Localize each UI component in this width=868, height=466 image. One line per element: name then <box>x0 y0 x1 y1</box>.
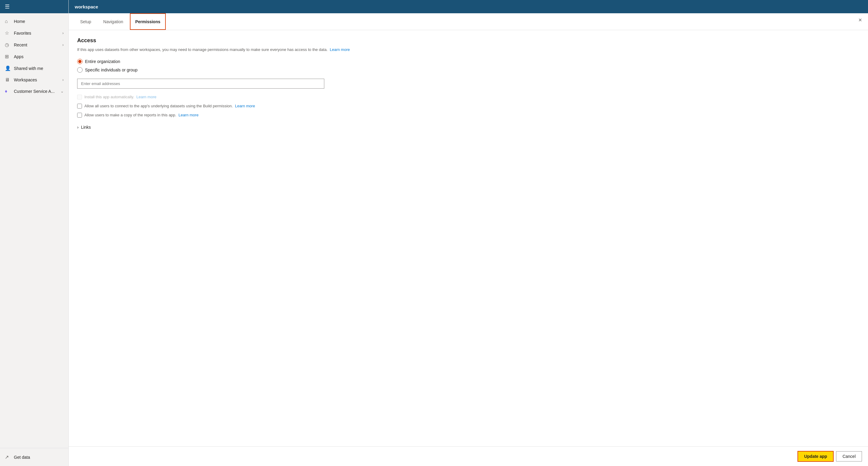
workspaces-icon: 🖥 <box>5 77 11 83</box>
favorites-chevron-icon: › <box>62 31 64 35</box>
customer-service-chevron-icon: ⌄ <box>61 89 64 93</box>
install-auto-learn-more-link[interactable]: Learn more <box>136 95 156 99</box>
checkbox-install-auto: Install this app automatically. Learn mo… <box>77 95 860 99</box>
radio-specific-individuals-input[interactable] <box>77 67 83 73</box>
top-bar: workspace <box>69 0 868 13</box>
email-input[interactable] <box>77 79 324 89</box>
radio-specific-individuals[interactable]: Specific individuals or group <box>77 67 860 73</box>
radio-entire-org-input[interactable] <box>77 59 83 64</box>
dialog-area: Setup Navigation Permissions × Access If… <box>69 13 868 466</box>
sidebar-item-customer-service[interactable]: ♦ Customer Service A... ⌄ <box>0 86 68 97</box>
radio-specific-individuals-label: Specific individuals or group <box>85 67 137 72</box>
cancel-button[interactable]: Cancel <box>836 451 862 462</box>
hamburger-menu-icon[interactable]: ☰ <box>5 3 10 10</box>
sidebar-item-home-label: Home <box>14 19 64 24</box>
checkbox-group: Install this app automatically. Learn mo… <box>77 95 860 118</box>
tab-permissions[interactable]: Permissions <box>130 13 166 30</box>
checkbox-allow-build-label: Allow all users to connect to the app's … <box>84 104 255 108</box>
links-label: Links <box>81 125 91 130</box>
sidebar-item-get-data[interactable]: ↗ Get data <box>5 451 64 463</box>
access-learn-more-link[interactable]: Learn more <box>330 47 350 52</box>
dialog-footer: Update app Cancel <box>69 446 868 466</box>
sidebar-item-workspaces[interactable]: 🖥 Workspaces › <box>0 74 68 86</box>
tab-setup[interactable]: Setup <box>75 13 97 30</box>
app-title: workspace <box>75 4 98 9</box>
checkbox-allow-copy: Allow users to make a copy of the report… <box>77 113 860 118</box>
sidebar-item-customer-service-label: Customer Service A... <box>14 89 58 94</box>
close-button[interactable]: × <box>858 17 862 23</box>
sidebar-footer: ↗ Get data <box>0 448 68 466</box>
checkbox-allow-build: Allow all users to connect to the app's … <box>77 104 860 108</box>
allow-build-learn-more-link[interactable]: Learn more <box>235 104 255 108</box>
sidebar-item-apps[interactable]: ⊞ Apps <box>0 51 68 62</box>
get-data-icon: ↗ <box>5 454 11 460</box>
sidebar-item-home[interactable]: ⌂ Home <box>0 16 68 27</box>
apps-icon: ⊞ <box>5 54 11 59</box>
radio-entire-org[interactable]: Entire organization <box>77 59 860 64</box>
allow-copy-learn-more-link[interactable]: Learn more <box>179 113 198 117</box>
shared-icon: 👤 <box>5 65 11 71</box>
update-app-button[interactable]: Update app <box>798 451 834 462</box>
checkbox-allow-copy-label: Allow users to make a copy of the report… <box>84 113 198 117</box>
access-section-title: Access <box>77 37 860 44</box>
checkbox-allow-build-input[interactable] <box>77 104 82 108</box>
radio-entire-org-label: Entire organization <box>85 59 120 64</box>
sidebar-item-recent-label: Recent <box>14 42 59 47</box>
radio-group: Entire organization Specific individuals… <box>77 59 860 73</box>
sidebar: ☰ ⌂ Home ☆ Favorites › ◷ Recent › ⊞ Apps… <box>0 0 69 466</box>
sidebar-item-apps-label: Apps <box>14 54 64 59</box>
customer-service-icon: ♦ <box>5 89 11 94</box>
tabs-bar: Setup Navigation Permissions <box>69 13 868 30</box>
sidebar-header: ☰ <box>0 0 68 13</box>
workspaces-chevron-icon: › <box>62 78 64 82</box>
sidebar-nav: ⌂ Home ☆ Favorites › ◷ Recent › ⊞ Apps 👤… <box>0 13 68 448</box>
sidebar-item-favorites[interactable]: ☆ Favorites › <box>0 27 68 39</box>
sidebar-item-get-data-label: Get data <box>14 455 64 460</box>
sidebar-item-shared-with-me[interactable]: 👤 Shared with me <box>0 62 68 74</box>
links-section[interactable]: › Links <box>77 125 860 130</box>
sidebar-item-recent[interactable]: ◷ Recent › <box>0 39 68 51</box>
favorites-icon: ☆ <box>5 30 11 36</box>
tab-navigation[interactable]: Navigation <box>98 13 129 30</box>
access-description: If this app uses datasets from other wor… <box>77 47 860 53</box>
sidebar-item-favorites-label: Favorites <box>14 31 59 36</box>
sidebar-item-workspaces-label: Workspaces <box>14 77 59 82</box>
dialog-body: Access If this app uses datasets from ot… <box>69 30 868 446</box>
main-content: workspace Setup Navigation Permissions ×… <box>69 0 868 466</box>
checkbox-allow-copy-input[interactable] <box>77 113 82 118</box>
recent-icon: ◷ <box>5 42 11 48</box>
recent-chevron-icon: › <box>62 43 64 47</box>
sidebar-item-shared-label: Shared with me <box>14 66 64 71</box>
checkbox-install-auto-input[interactable] <box>77 95 82 99</box>
home-icon: ⌂ <box>5 19 11 24</box>
links-chevron-icon: › <box>77 125 79 130</box>
checkbox-install-auto-label: Install this app automatically. Learn mo… <box>84 95 156 99</box>
